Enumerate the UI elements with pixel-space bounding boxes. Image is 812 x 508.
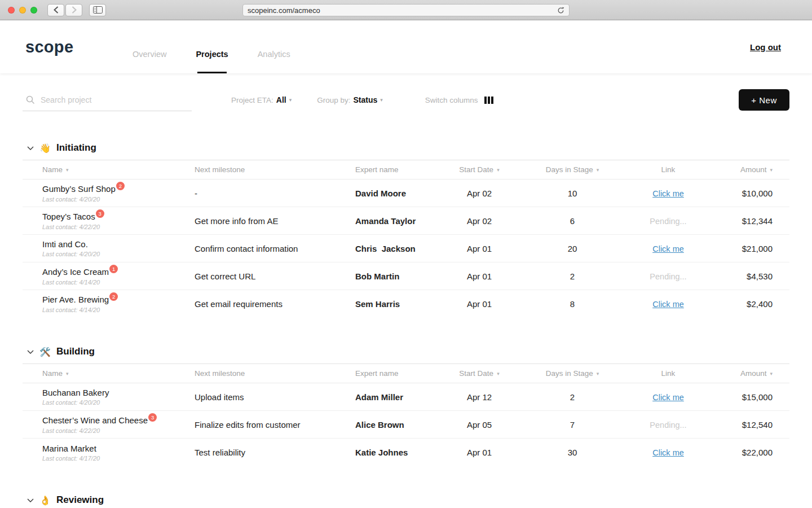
column-header-start-date[interactable]: Start Date▾ xyxy=(451,369,508,378)
amount: $12,540 xyxy=(699,420,789,430)
click-me-link[interactable]: Click me xyxy=(652,448,684,457)
group-by-filter[interactable]: Group by: Status ▾ xyxy=(317,95,383,104)
notification-badge: 3 xyxy=(148,413,157,422)
close-window-button[interactable] xyxy=(8,7,15,14)
column-header-name[interactable]: Name▾ xyxy=(23,165,195,174)
last-contact: Last contact: 4/20/20 xyxy=(42,399,195,406)
app-logo: scope xyxy=(25,38,107,56)
next-milestone: Get more info from AE xyxy=(195,216,355,226)
sort-caret-icon: ▾ xyxy=(66,167,69,173)
start-date: Apr 02 xyxy=(451,216,508,226)
switch-columns-label: Switch columns xyxy=(425,96,478,104)
project-eta-filter[interactable]: Project ETA: All ▾ xyxy=(231,95,292,104)
new-project-button[interactable]: + New xyxy=(739,89,789,111)
project-name[interactable]: Marina Market xyxy=(42,444,96,453)
section-emoji: 👌 xyxy=(39,495,51,506)
section-collapse-chevron-icon[interactable] xyxy=(27,498,34,502)
days-in-stage: 2 xyxy=(508,271,637,281)
click-me-link[interactable]: Click me xyxy=(652,244,684,253)
pending-link: Pending... xyxy=(650,217,686,226)
project-name-cell: Topey’s Tacos3 Last contact: 4/22/20 xyxy=(23,212,195,230)
project-name-cell: Imti and Co. Last contact: 4/20/20 xyxy=(23,239,195,257)
project-name-cell: Pier Ave. Brewing2 Last contact: 4/14/20 xyxy=(23,295,195,313)
section-collapse-chevron-icon[interactable] xyxy=(27,350,34,354)
window-controls xyxy=(8,7,37,14)
project-eta-value: All xyxy=(276,95,286,104)
next-milestone: Confirm contact information xyxy=(195,244,355,253)
next-milestone: Get email requirements xyxy=(195,299,355,309)
chevron-down-icon: ▾ xyxy=(289,97,292,103)
last-contact: Last contact: 4/14/20 xyxy=(42,306,195,313)
last-contact: Last contact: 4/20/20 xyxy=(42,251,195,257)
notification-badge: 2 xyxy=(116,182,125,190)
project-name-cell: Gumby’s Surf Shop2 Last contact: 4/20/20 xyxy=(23,184,195,203)
logout-link[interactable]: Log out xyxy=(750,42,781,52)
url-text: scopeinc.com/acmeco xyxy=(248,6,557,15)
link-cell: Click me xyxy=(637,299,699,309)
next-milestone: - xyxy=(195,189,355,198)
section-collapse-chevron-icon[interactable] xyxy=(27,146,34,150)
column-header-start-date[interactable]: Start Date▾ xyxy=(451,165,508,174)
column-header-name[interactable]: Name▾ xyxy=(23,369,195,378)
link-cell: Pending... xyxy=(637,420,699,430)
link-cell: Pending... xyxy=(637,216,699,226)
section-header: 👌 Reviewing xyxy=(23,494,789,506)
link-cell: Pending... xyxy=(637,271,699,281)
start-date: Apr 12 xyxy=(451,392,508,402)
browser-forward-button[interactable] xyxy=(65,4,82,16)
refresh-icon[interactable] xyxy=(557,7,564,14)
days-in-stage: 6 xyxy=(508,216,637,226)
start-date: Apr 01 xyxy=(451,299,508,309)
project-name[interactable]: Gumby’s Surf Shop xyxy=(42,184,116,194)
notification-badge: 1 xyxy=(109,265,118,273)
project-name-cell: Buchanan Bakery Last contact: 4/20/20 xyxy=(23,388,195,406)
tab-analytics[interactable]: Analytics xyxy=(258,20,290,73)
last-contact: Last contact: 4/17/20 xyxy=(42,455,195,462)
column-header-expert-name: Expert name xyxy=(355,165,451,174)
column-header-label: Days in Stage xyxy=(546,165,593,174)
project-name-cell: Marina Market Last contact: 4/17/20 xyxy=(23,444,195,462)
days-in-stage: 10 xyxy=(508,189,637,198)
click-me-link[interactable]: Click me xyxy=(652,189,684,198)
project-name[interactable]: Chester’s Wine and Cheese xyxy=(42,415,148,425)
project-name[interactable]: Topey’s Tacos xyxy=(42,212,95,221)
project-name[interactable]: Buchanan Bakery xyxy=(42,388,109,397)
minimize-window-button[interactable] xyxy=(19,7,26,14)
column-header-amount[interactable]: Amount▾ xyxy=(699,369,789,378)
section-header: 👋 Initiating xyxy=(23,142,789,154)
section-building: 🛠️ Building Name▾Next milestoneExpert na… xyxy=(23,346,789,466)
sidebar-toggle-button[interactable] xyxy=(89,4,106,16)
switch-columns-button[interactable]: Switch columns xyxy=(425,96,493,104)
amount: $10,000 xyxy=(699,189,789,198)
column-header-label: Link xyxy=(661,165,676,174)
main-content: Project ETA: All ▾ Group by: Status ▾ Sw… xyxy=(0,87,812,508)
project-name[interactable]: Pier Ave. Brewing xyxy=(42,295,109,304)
column-header-expert-name: Expert name xyxy=(355,369,451,378)
start-date: Apr 01 xyxy=(451,271,508,281)
click-me-link[interactable]: Click me xyxy=(652,393,684,402)
project-name[interactable]: Andy’s Ice Cream xyxy=(42,267,109,277)
tab-projects[interactable]: Projects xyxy=(196,20,228,73)
column-header-amount[interactable]: Amount▾ xyxy=(699,165,789,174)
column-header-next-milestone: Next milestone xyxy=(195,369,355,378)
start-date: Apr 05 xyxy=(451,420,508,430)
columns-icon xyxy=(484,97,493,104)
search-input[interactable] xyxy=(41,95,188,104)
zoom-window-button[interactable] xyxy=(30,7,37,14)
days-in-stage: 7 xyxy=(508,420,637,430)
amount: $15,000 xyxy=(699,392,789,402)
table-row: Andy’s Ice Cream1 Last contact: 4/14/20 … xyxy=(23,262,789,290)
tab-overview[interactable]: Overview xyxy=(133,20,166,73)
project-name[interactable]: Imti and Co. xyxy=(42,239,88,249)
sort-caret-icon: ▾ xyxy=(497,371,500,376)
column-header-days-in-stage[interactable]: Days in Stage▾ xyxy=(508,369,637,378)
column-header-days-in-stage[interactable]: Days in Stage▾ xyxy=(508,165,637,174)
link-cell: Click me xyxy=(637,189,699,198)
last-contact: Last contact: 4/22/20 xyxy=(42,427,195,434)
search-box[interactable] xyxy=(23,89,192,111)
url-bar[interactable]: scopeinc.com/acmeco xyxy=(242,4,570,16)
section-emoji: 🛠️ xyxy=(39,347,51,357)
browser-back-button[interactable] xyxy=(47,4,64,16)
click-me-link[interactable]: Click me xyxy=(652,300,684,309)
start-date: Apr 01 xyxy=(451,244,508,253)
